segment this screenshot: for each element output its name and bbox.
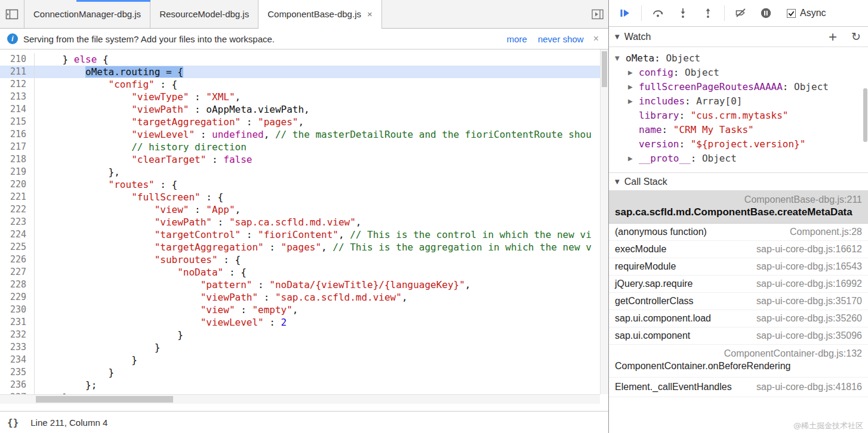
file-tab[interactable]: ComponentBase-dbg.js× [258, 0, 382, 28]
step-into-button[interactable] [675, 5, 691, 21]
watch-colon: : [691, 153, 702, 164]
code-line: 211 oMeta.routing = { [0, 66, 600, 78]
line-number[interactable]: 210 [0, 53, 35, 66]
watch-item[interactable]: library: "cus.crm.mytasks" [609, 108, 868, 122]
call-stack-frame[interactable]: (anonymous function)Component.js:28 [609, 224, 868, 241]
toolbar-divider [724, 5, 725, 21]
frame-location: sap-ui-core-dbg.js:41816 [756, 381, 862, 394]
disclosure-right-icon[interactable]: ▶ [628, 155, 639, 162]
file-tab[interactable]: ConnectionManager-dbg.js [24, 0, 150, 28]
code-editor: 210 } else {211 oMeta.routing = {212 "co… [0, 50, 608, 411]
watch-item[interactable]: ▼oMeta: Object [609, 51, 868, 65]
tab-close-icon[interactable]: × [367, 9, 373, 19]
line-number[interactable]: 226 [0, 253, 35, 266]
resume-button[interactable] [617, 5, 633, 21]
code-text: "viewPath" : "sap.ca.scfld.md.view", [35, 291, 408, 304]
disclosure-right-icon[interactable]: ▶ [628, 83, 639, 90]
frame-function: getControllerClass [615, 296, 694, 307]
call-stack-section-header[interactable]: ▼ Call Stack [609, 172, 868, 191]
line-number[interactable]: 217 [0, 141, 35, 153]
file-tab[interactable]: ResourceModel-dbg.js [150, 0, 258, 28]
code-line: 218 "clearTarget" : false [0, 153, 600, 166]
section-collapse-icon[interactable]: ▼ [615, 33, 620, 40]
pretty-print-icon[interactable]: {} [7, 417, 19, 428]
editor-vertical-scrollbar[interactable] [600, 50, 608, 394]
line-number[interactable]: 214 [0, 103, 35, 116]
never-show-link[interactable]: never show [538, 34, 584, 44]
call-stack-frame[interactable]: requireModulesap-ui-core-dbg.js:16543 [609, 258, 868, 276]
code-text: }; [35, 379, 97, 391]
watch-item[interactable]: version: "${project.version}" [609, 137, 868, 151]
call-stack-frame[interactable]: sap.ui.component.loadsap-ui-core-dbg.js:… [609, 310, 868, 327]
disclosure-right-icon[interactable]: ▶ [628, 98, 639, 104]
line-number[interactable]: 213 [0, 91, 35, 103]
line-number[interactable]: 229 [0, 291, 35, 304]
code-line: 213 "viewType" : "XML", [0, 91, 600, 103]
code-line: 232 } [0, 329, 600, 341]
call-stack-frame[interactable]: execModulesap-ui-core-dbg.js:16612 [609, 241, 868, 258]
pause-on-exceptions-button[interactable] [758, 5, 774, 21]
line-number[interactable]: 219 [0, 166, 35, 178]
disclosure-down-icon[interactable]: ▼ [615, 55, 626, 61]
horizontal-scroll-thumb[interactable] [36, 396, 173, 403]
line-number[interactable]: 233 [0, 341, 35, 354]
sidebar-scroll-thumb[interactable] [863, 88, 867, 142]
call-stack-frame[interactable]: ComponentContainer-dbg.js:132ComponentCo… [609, 345, 868, 378]
code-text: "targetAggregation" : "pages", [35, 116, 304, 128]
pause-on-exceptions-icon [759, 7, 772, 20]
code-text: } [35, 354, 137, 366]
watch-item[interactable]: ▶__proto__: Object [609, 151, 868, 165]
watch-colon: : [783, 81, 794, 92]
deactivate-breakpoints-button[interactable] [733, 5, 749, 21]
watch-section-header[interactable]: ▼ Watch + ↻ [609, 27, 868, 47]
info-close-icon[interactable]: × [593, 33, 599, 44]
watch-item[interactable]: ▶fullScreenPageRoutesAAAAA: Object [609, 79, 868, 94]
frame-function: (anonymous function) [615, 227, 707, 237]
line-number[interactable]: 235 [0, 366, 35, 379]
watch-item[interactable]: name: "CRM My Tasks" [609, 122, 868, 137]
line-number[interactable]: 232 [0, 329, 35, 341]
line-number[interactable]: 223 [0, 216, 35, 228]
toggle-navigator-button[interactable] [0, 0, 24, 28]
step-over-button[interactable] [650, 5, 666, 21]
line-number[interactable]: 211 [0, 66, 35, 78]
call-stack-frame[interactable]: ComponentBase-dbg.js:211sap.ca.scfld.md.… [609, 191, 868, 224]
refresh-watch-icon[interactable]: ↻ [851, 31, 861, 42]
line-number[interactable]: 230 [0, 304, 35, 316]
call-stack-frame[interactable]: sap-ui-core-dbg.js:41816Element._callEve… [609, 378, 868, 397]
deactivate-breakpoints-icon [734, 7, 747, 20]
watch-colon: : [654, 52, 666, 64]
watch-item[interactable]: ▶config: Object [609, 65, 868, 79]
vertical-scroll-thumb[interactable] [602, 51, 607, 87]
disclosure-right-icon[interactable]: ▶ [628, 69, 639, 76]
step-out-button[interactable] [700, 5, 716, 21]
async-toggle[interactable]: Async [787, 8, 826, 18]
line-number[interactable]: 221 [0, 191, 35, 203]
drawer-toggle-button[interactable] [592, 0, 604, 28]
line-number[interactable]: 222 [0, 203, 35, 216]
line-number[interactable]: 231 [0, 316, 35, 329]
line-number[interactable]: 224 [0, 228, 35, 241]
line-number[interactable]: 215 [0, 116, 35, 128]
call-stack-frame[interactable]: getControllerClasssap-ui-core-dbg.js:351… [609, 293, 868, 310]
line-number[interactable]: 236 [0, 379, 35, 391]
editor-horizontal-scrollbar[interactable] [0, 394, 600, 404]
call-stack-frame[interactable]: sap.ui.componentsap-ui-core-dbg.js:35096 [609, 327, 868, 345]
async-checkbox[interactable] [787, 9, 796, 18]
section-collapse-icon[interactable]: ▼ [615, 178, 620, 185]
line-number[interactable]: 227 [0, 266, 35, 279]
checkmark-icon [787, 10, 795, 17]
line-number[interactable]: 212 [0, 78, 35, 91]
line-number[interactable]: 234 [0, 354, 35, 366]
frame-function: sap.ui.component [615, 330, 690, 341]
line-number[interactable]: 225 [0, 241, 35, 253]
line-number[interactable]: 218 [0, 153, 35, 166]
add-watch-icon[interactable]: + [829, 30, 837, 44]
line-number[interactable]: 216 [0, 128, 35, 141]
line-number[interactable]: 228 [0, 279, 35, 291]
call-stack-frame[interactable]: jQuery.sap.requiresap-ui-core-dbg.js:169… [609, 276, 868, 293]
line-number[interactable]: 220 [0, 178, 35, 191]
code-text: "clearTarget" : false [35, 153, 252, 166]
more-link[interactable]: more [507, 34, 527, 44]
watch-item[interactable]: ▶includes: Array[0] [609, 94, 868, 108]
